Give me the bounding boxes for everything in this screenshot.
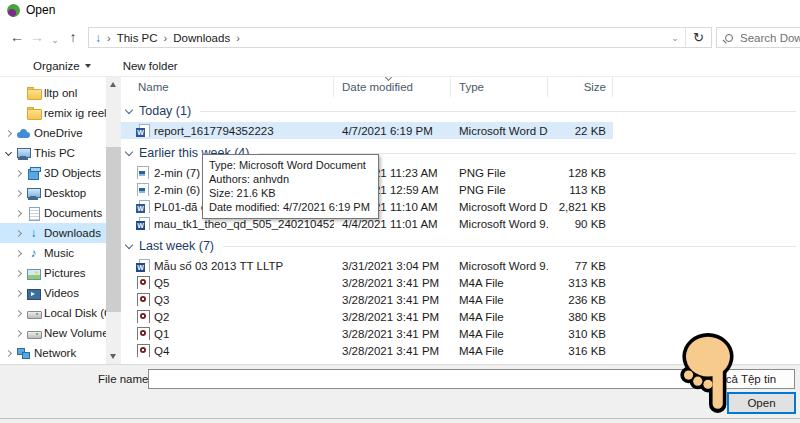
sidebar-item-downloads[interactable]: ↓Downloads <box>0 223 106 243</box>
chevron-right-icon[interactable] <box>15 209 22 216</box>
group-header-today-1[interactable]: Today (1) <box>121 100 800 122</box>
sidebar-item-label: Desktop <box>44 187 86 199</box>
file-size-cell: 313 KB <box>548 277 613 289</box>
m4a-file-icon <box>136 344 149 357</box>
downloads-folder-icon: ↓ <box>89 31 101 45</box>
sidebar-item-label: Videos <box>44 287 79 299</box>
scrollbar-thumb[interactable] <box>106 147 121 312</box>
sidebar-item-onedrive[interactable]: OneDrive <box>0 123 106 143</box>
search-icon <box>725 34 733 42</box>
m4a-file-icon <box>136 327 149 340</box>
group-collapse-chevron-icon[interactable] <box>125 106 133 114</box>
hand-pointer-cursor <box>678 331 740 417</box>
chevron-right-icon[interactable] <box>15 189 22 196</box>
sidebar-item-music[interactable]: ♪Music <box>0 243 106 263</box>
sidebar-item-label: 3D Objects <box>44 167 101 179</box>
column-header-label: Size <box>584 81 606 93</box>
file-type-cell: M4A File <box>451 294 548 306</box>
group-header-last-week-7[interactable]: Last week (7) <box>121 235 800 257</box>
chevron-right-icon[interactable] <box>15 269 22 276</box>
address-dropdown-chevron-icon[interactable]: ⌄ <box>665 33 685 43</box>
m4a-file-icon <box>136 310 149 323</box>
sidebar-item-lltp-onl[interactable]: lltp onl <box>0 83 106 103</box>
window-title: Open <box>26 3 55 17</box>
column-header-size[interactable]: Size <box>548 77 613 97</box>
column-header-type[interactable]: Type <box>451 77 548 97</box>
sidebar-item-new-volume-d[interactable]: New Volume (D:) <box>0 323 106 343</box>
title-bar: Open <box>0 0 800 20</box>
file-name-input[interactable] <box>148 369 694 389</box>
file-info-tooltip: Type: Microsoft Word DocumentAuthors: an… <box>202 154 379 219</box>
search-box[interactable] <box>716 27 800 48</box>
sidebar-item-desktop[interactable]: Desktop <box>0 183 106 203</box>
sidebar-item-documents[interactable]: Documents <box>0 203 106 223</box>
file-row-report-1617794352223[interactable]: report_16177943522234/7/2021 6:19 PMMicr… <box>121 122 613 139</box>
search-input[interactable] <box>740 32 800 44</box>
sidebar-item-videos[interactable]: Videos <box>0 283 106 303</box>
file-row-q1[interactable]: Q13/28/2021 3:41 PMM4A File310 KB <box>121 325 613 342</box>
music-icon: ♪ <box>27 247 40 260</box>
group-collapse-chevron-icon[interactable] <box>125 241 133 249</box>
file-row-m-u-s-03-2013-tt-lltp[interactable]: Mẫu số 03 2013 TT LLTP3/31/2021 3:04 PMM… <box>121 257 613 274</box>
scroll-down-arrow-icon[interactable] <box>110 354 116 359</box>
group-collapse-chevron-icon[interactable] <box>125 148 133 156</box>
open-button-label: Open <box>747 397 775 409</box>
file-row-q3[interactable]: Q33/28/2021 3:41 PMM4A File236 KB <box>121 291 613 308</box>
content-area: lltp onlremix ig reelsOneDriveThis PC3D … <box>0 77 800 364</box>
chevron-right-icon[interactable] <box>5 129 12 136</box>
file-row-q4[interactable]: Q43/28/2021 3:41 PMM4A File316 KB <box>121 342 613 359</box>
file-type-cell: M4A File <box>451 328 548 340</box>
scroll-up-arrow-icon[interactable] <box>110 82 116 87</box>
file-date-cell: 3/28/2021 3:41 PM <box>334 294 451 306</box>
file-list: Today (1)report_16177943522234/7/2021 6:… <box>121 100 800 359</box>
file-size-cell: 113 KB <box>548 184 613 196</box>
up-button[interactable]: ↑ <box>64 26 82 48</box>
organize-button[interactable]: Organize <box>33 60 91 72</box>
file-type-cell: PNG File <box>451 167 548 179</box>
word-file-icon <box>136 200 149 213</box>
file-date-cell: 3/31/2021 3:04 PM <box>334 260 451 272</box>
chevron-right-icon[interactable] <box>15 249 22 256</box>
chevron-right-icon[interactable] <box>15 309 22 316</box>
download-icon: ↓ <box>27 227 40 240</box>
word-file-icon <box>136 124 149 137</box>
forward-button[interactable]: → <box>28 26 46 48</box>
sidebar-item-pictures[interactable]: Pictures <box>0 263 106 283</box>
sidebar-item-label: This PC <box>34 147 75 159</box>
sidebar-scrollbar[interactable] <box>106 77 121 364</box>
breadcrumb-downloads[interactable]: Downloads <box>173 32 230 44</box>
chevron-right-icon[interactable] <box>15 169 22 176</box>
column-header-date-modified[interactable]: Date modified <box>334 77 451 97</box>
sidebar-item-network[interactable]: Network <box>0 343 106 363</box>
command-bar: Organize New folder <box>0 55 800 77</box>
address-bar[interactable]: ↓ › This PC › Downloads › ⌄ ↻ <box>88 27 712 48</box>
file-date-cell: 3/28/2021 3:41 PM <box>334 328 451 340</box>
chevron-right-icon[interactable] <box>15 329 22 336</box>
back-button[interactable]: ← <box>8 26 26 48</box>
chevron-right-icon[interactable] <box>15 289 22 296</box>
file-row-q5[interactable]: Q53/28/2021 3:41 PMM4A File313 KB <box>121 274 613 291</box>
file-type-cell: M4A File <box>451 345 548 357</box>
file-date-cell: 3/28/2021 3:41 PM <box>334 277 451 289</box>
picture-icon <box>27 267 40 280</box>
breadcrumb-this-pc[interactable]: This PC <box>117 32 158 44</box>
sidebar-item-3d-objects[interactable]: 3D Objects <box>0 163 106 183</box>
png-file-icon <box>136 166 149 179</box>
column-headers: NameDate modifiedTypeSize <box>121 77 800 97</box>
chevron-right-icon[interactable] <box>15 229 22 236</box>
recent-locations-chevron-icon[interactable]: ⌄ <box>49 29 61 51</box>
dialog-bottom-edge <box>0 418 800 423</box>
sidebar-item-this-pc[interactable]: This PC <box>0 143 106 163</box>
column-header-name[interactable]: Name <box>121 77 334 97</box>
folder-icon <box>27 107 40 120</box>
file-type-cell: Microsoft Word 9... <box>451 260 548 272</box>
file-row-q2[interactable]: Q23/28/2021 3:41 PMM4A File380 KB <box>121 308 613 325</box>
chevron-down-icon[interactable] <box>5 148 12 155</box>
new-folder-button[interactable]: New folder <box>123 60 178 72</box>
drive-icon <box>27 307 40 320</box>
file-size-cell: 310 KB <box>548 328 613 340</box>
sidebar-item-remix-ig-reels[interactable]: remix ig reels <box>0 103 106 123</box>
chevron-right-icon[interactable] <box>5 349 12 356</box>
sidebar-item-local-disk-c[interactable]: Local Disk (C:) <box>0 303 106 323</box>
refresh-button[interactable]: ↻ <box>685 28 711 47</box>
